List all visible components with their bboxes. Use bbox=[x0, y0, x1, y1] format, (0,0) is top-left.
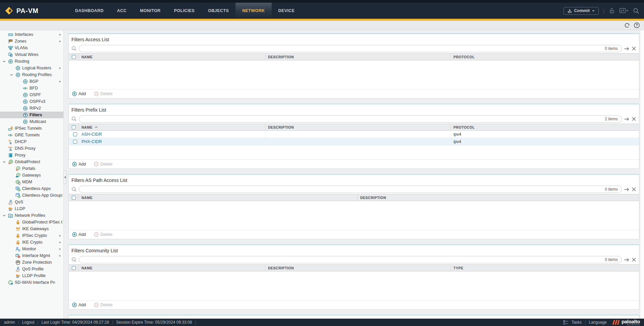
sidebar-item-ipsec-crypto[interactable]: IPSec Crypto bbox=[0, 232, 63, 239]
refresh-icon[interactable] bbox=[624, 22, 630, 28]
sidebar-item-network-profiles[interactable]: Network Profiles bbox=[0, 212, 63, 219]
panel-search-input[interactable] bbox=[79, 256, 622, 263]
table-row[interactable]: PHX-CIDR ipv4 bbox=[69, 138, 639, 145]
sidebar-item-dhcp[interactable]: DHCP bbox=[0, 138, 63, 145]
sidebar-item-dns-proxy[interactable]: DNS Proxy bbox=[0, 145, 63, 152]
save-config-icon[interactable] bbox=[619, 7, 629, 14]
row-name-link[interactable]: PHX-CIDR bbox=[79, 138, 265, 145]
sidebar-item-ospfv3[interactable]: OSPFv3 bbox=[0, 98, 63, 105]
help-icon[interactable]: ? bbox=[634, 22, 640, 28]
clear-filter-icon[interactable] bbox=[632, 117, 636, 121]
row-checkbox[interactable] bbox=[69, 131, 79, 138]
column-header-type[interactable]: TYPE bbox=[451, 265, 639, 271]
sidebar-item-sd-wan-interface-profile[interactable]: SD-WAN Interface Profile bbox=[0, 279, 63, 286]
column-header-description[interactable]: DESCRIPTION bbox=[358, 194, 639, 201]
sidebar-item-qos-profile[interactable]: QoS Profile bbox=[0, 266, 63, 272]
clear-filter-icon[interactable] bbox=[632, 257, 636, 262]
clear-filter-icon[interactable] bbox=[632, 187, 636, 192]
sidebar-item-interfaces[interactable]: Interfaces bbox=[0, 31, 63, 38]
column-header-description[interactable]: DESCRIPTION bbox=[265, 54, 451, 60]
tab-network[interactable]: NETWORK bbox=[235, 3, 271, 19]
delete-button[interactable]: Delete bbox=[94, 162, 112, 167]
sidebar-item-portals[interactable]: Portals bbox=[0, 165, 63, 172]
select-all-checkbox[interactable] bbox=[69, 54, 79, 60]
delete-button[interactable]: Delete bbox=[94, 303, 112, 307]
sidebar-item-routing[interactable]: Routing bbox=[0, 58, 63, 65]
tab-dashboard[interactable]: DASHBOARD bbox=[68, 3, 110, 19]
apply-filter-arrow-icon[interactable] bbox=[624, 257, 630, 262]
sidebar-item-lldp-profile[interactable]: LLDP Profile bbox=[0, 272, 63, 279]
sidebar-item-mdm[interactable]: MDM bbox=[0, 179, 63, 185]
search-icon[interactable] bbox=[633, 8, 639, 14]
chevron-down-icon[interactable] bbox=[3, 214, 6, 217]
tab-device[interactable]: DEVICE bbox=[272, 3, 302, 19]
sidebar-collapse-handle[interactable] bbox=[63, 171, 67, 184]
sidebar-item-ike-gateways[interactable]: IKE Gateways bbox=[0, 225, 63, 232]
delete-button[interactable]: Delete bbox=[94, 91, 112, 96]
sidebar-item-clientless-apps[interactable]: Clientless Apps bbox=[0, 185, 63, 192]
sidebar-item-multicast[interactable]: Multicast bbox=[0, 118, 63, 125]
sidebar-item-logical-routers[interactable]: Logical Routers bbox=[0, 65, 63, 71]
tab-policies[interactable]: POLICIES bbox=[167, 3, 202, 19]
sidebar-item-bgp[interactable]: BGP bbox=[0, 78, 63, 85]
add-button[interactable]: Add bbox=[72, 162, 86, 167]
sidebar-item-gre-tunnels[interactable]: GRE Tunnels bbox=[0, 132, 63, 138]
sidebar-item-zones[interactable]: Zones bbox=[0, 38, 63, 45]
table-row[interactable]: ASH-CIDR ipv4 bbox=[69, 131, 639, 138]
sidebar-item-vlans[interactable]: VLANs bbox=[0, 45, 63, 51]
language-link[interactable]: Language bbox=[589, 320, 607, 325]
column-header-name[interactable]: NAME bbox=[79, 265, 265, 271]
add-button[interactable]: Add bbox=[72, 91, 86, 96]
chevron-down-icon[interactable] bbox=[3, 60, 6, 63]
lock-icon[interactable] bbox=[609, 7, 615, 14]
sidebar-item-bfd[interactable]: BFD bbox=[0, 85, 63, 91]
scrollbar-track[interactable] bbox=[640, 30, 644, 319]
commit-button[interactable]: Commit bbox=[564, 7, 599, 15]
select-all-checkbox[interactable] bbox=[69, 194, 79, 201]
chevron-down-icon[interactable] bbox=[3, 160, 6, 164]
column-header-protocol[interactable]: PROTOCOL bbox=[451, 54, 639, 60]
sidebar-item-filters[interactable]: Filters bbox=[0, 112, 63, 118]
tab-objects[interactable]: OBJECTS bbox=[201, 3, 235, 19]
column-header-name[interactable]: NAME bbox=[79, 54, 265, 60]
sidebar-item-ospf[interactable]: OSPF bbox=[0, 91, 63, 98]
tab-monitor[interactable]: MONITOR bbox=[133, 3, 167, 19]
column-header-name[interactable]: NAME bbox=[79, 124, 265, 130]
sidebar-item-interface-mgmt[interactable]: Interface Mgmt bbox=[0, 252, 63, 259]
sidebar-item-zone-protection[interactable]: Zone Protection bbox=[0, 259, 63, 266]
panel-search-input[interactable] bbox=[79, 115, 622, 123]
tab-acc[interactable]: ACC bbox=[110, 3, 133, 19]
sidebar-item-gateways[interactable]: Gateways bbox=[0, 172, 63, 179]
panel-search-input[interactable] bbox=[79, 186, 622, 193]
select-all-checkbox[interactable] bbox=[69, 265, 79, 271]
apply-filter-arrow-icon[interactable] bbox=[624, 117, 630, 122]
sidebar-item-lldp[interactable]: LLDP bbox=[0, 205, 63, 212]
sidebar-item-proxy[interactable]: Proxy bbox=[0, 152, 63, 158]
tasks-link[interactable]: Tasks bbox=[572, 320, 582, 325]
sidebar-item-globalprotect-ipsec-crypto[interactable]: GlobalProtect IPSec Crypto bbox=[0, 219, 63, 225]
sidebar-item-ike-crypto[interactable]: IKE Crypto bbox=[0, 239, 63, 246]
row-checkbox[interactable] bbox=[69, 138, 79, 145]
sidebar-item-virtual-wires[interactable]: Virtual Wires bbox=[0, 51, 63, 58]
add-button[interactable]: Add bbox=[72, 303, 86, 307]
sidebar-item-clientless-app-groups[interactable]: Clientless App Groups bbox=[0, 192, 63, 199]
sidebar-item-routing-profiles[interactable]: Routing Profiles bbox=[0, 71, 63, 78]
sidebar-item-ripv2[interactable]: RIPv2 bbox=[0, 105, 63, 112]
add-button[interactable]: Add bbox=[72, 232, 86, 237]
row-name-link[interactable]: ASH-CIDR bbox=[79, 131, 265, 138]
chevron-down-icon[interactable] bbox=[10, 73, 13, 76]
panel-search-input[interactable] bbox=[79, 45, 622, 52]
sidebar-item-ipsec-tunnels[interactable]: IPSec Tunnels bbox=[0, 125, 63, 132]
sidebar-item-monitor[interactable]: Monitor bbox=[0, 246, 63, 252]
select-all-checkbox[interactable] bbox=[69, 124, 79, 130]
apply-filter-arrow-icon[interactable] bbox=[624, 46, 630, 51]
clear-filter-icon[interactable] bbox=[632, 46, 636, 51]
column-header-name[interactable]: NAME bbox=[79, 194, 358, 201]
sidebar-item-qos[interactable]: QoS bbox=[0, 199, 63, 205]
delete-button[interactable]: Delete bbox=[94, 232, 112, 237]
sidebar-item-globalprotect[interactable]: GlobalProtect bbox=[0, 158, 63, 165]
apply-filter-arrow-icon[interactable] bbox=[624, 187, 630, 192]
logout-link[interactable]: Logout bbox=[22, 320, 35, 325]
column-header-description[interactable]: DESCRIPTION bbox=[265, 124, 451, 130]
column-header-protocol[interactable]: PROTOCOL bbox=[451, 124, 639, 130]
